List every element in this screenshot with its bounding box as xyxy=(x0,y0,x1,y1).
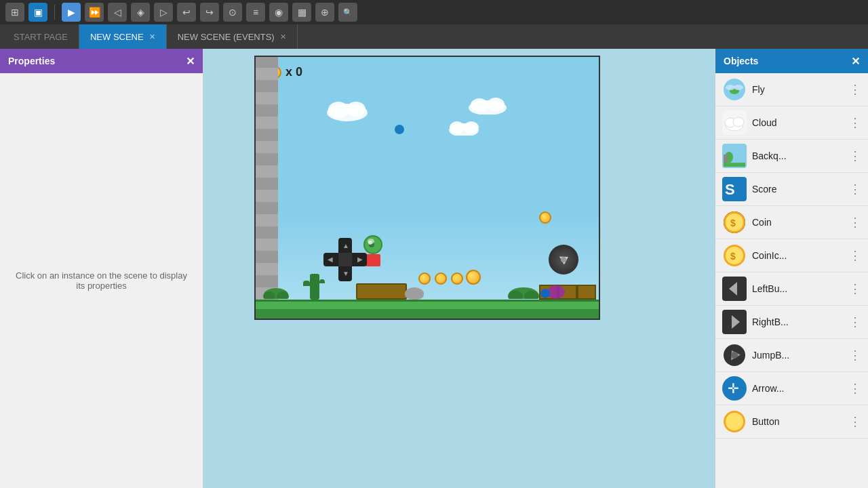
toolbar-btn-grid[interactable]: ⊞ xyxy=(5,3,24,22)
toolbar-btn-back[interactable]: ◁ xyxy=(108,3,127,22)
tab-new-scene[interactable]: NEW SCENE ✕ xyxy=(79,24,167,49)
tab-new-scene-events[interactable]: NEW SCENE (EVENTS) ✕ xyxy=(167,24,298,49)
tab-start-page-label: START PAGE xyxy=(14,32,68,42)
toolbar-btn-list[interactable]: ≡ xyxy=(246,3,265,22)
scene-coin-4 xyxy=(466,270,481,285)
object-icon-rightb xyxy=(722,310,747,334)
toolbar-btn-preview[interactable]: ⏩ xyxy=(85,3,104,22)
object-menu-button[interactable]: ⋮ xyxy=(849,414,861,429)
object-label-cloud: Cloud xyxy=(752,117,844,128)
svg-rect-26 xyxy=(724,163,745,167)
cactus xyxy=(310,274,319,300)
object-menu-leftbu[interactable]: ⋮ xyxy=(849,281,861,296)
objects-header: Objects ✕ xyxy=(715,49,868,73)
scene-coin-1 xyxy=(418,272,431,285)
object-menu-score[interactable]: ⋮ xyxy=(849,182,861,197)
object-item-rightb[interactable]: RightB... ⋮ xyxy=(715,306,868,339)
objects-panel: Objects ✕ Fly ⋮ Cloud ⋮ xyxy=(715,49,868,488)
tab-new-scene-events-close[interactable]: ✕ xyxy=(280,33,286,41)
objects-title: Objects xyxy=(724,56,758,66)
object-icon-jumpb xyxy=(722,343,747,367)
toolbar-btn-scene[interactable]: ▣ xyxy=(28,3,47,22)
svg-point-1 xyxy=(328,102,349,118)
object-menu-arrow[interactable]: ⋮ xyxy=(849,381,861,396)
bush-1 xyxy=(262,287,290,302)
object-menu-jumpb[interactable]: ⋮ xyxy=(849,348,861,363)
svg-point-16 xyxy=(561,257,566,262)
toolbar: ⊞ ▣ ▶ ⏩ ◁ ◈ ▷ ↩ ↪ ⊙ ≡ ◉ ▦ ⊕ 🔍 xyxy=(0,0,868,24)
object-item-fly[interactable]: Fly ⋮ xyxy=(715,73,868,106)
objects-close-button[interactable]: ✕ xyxy=(851,55,860,68)
dpad-center xyxy=(338,253,352,266)
object-menu-coin[interactable]: ⋮ xyxy=(849,215,861,230)
object-icon-leftbu xyxy=(722,277,747,301)
svg-point-47 xyxy=(726,413,743,430)
drag-handle[interactable] xyxy=(395,125,404,134)
cloud-3 xyxy=(446,118,483,138)
object-item-backq[interactable]: Backq... ⋮ xyxy=(715,140,868,173)
platform-1 xyxy=(356,283,407,300)
properties-placeholder: Click on an instance on the scene to dis… xyxy=(11,270,192,291)
object-icon-button xyxy=(722,409,747,434)
svg-text:✛: ✛ xyxy=(728,381,739,396)
svg-point-8 xyxy=(464,121,479,134)
object-menu-cloud[interactable]: ⋮ xyxy=(849,115,861,130)
toolbar-btn-zoom[interactable]: 🔍 xyxy=(338,3,357,22)
char-body xyxy=(366,254,380,266)
toolbar-btn-grid2[interactable]: ▦ xyxy=(292,3,311,22)
toolbar-btn-publish[interactable]: ⊙ xyxy=(223,3,242,22)
properties-close-button[interactable]: ✕ xyxy=(186,55,195,68)
object-item-cloud[interactable]: Cloud ⋮ xyxy=(715,106,868,140)
svg-text:S: S xyxy=(725,181,735,198)
object-item-button[interactable]: Button ⋮ xyxy=(715,405,868,439)
object-item-arrow[interactable]: ✛ Arrow... ⋮ xyxy=(715,372,868,405)
properties-title: Properties xyxy=(8,56,55,66)
score-text: x 0 xyxy=(285,65,302,79)
object-item-coinic[interactable]: $ CoinIc... ⋮ xyxy=(715,239,868,272)
toolbar-btn-forward[interactable]: ▷ xyxy=(154,3,173,22)
game-scene[interactable]: x 0 xyxy=(254,56,600,320)
object-menu-coinic[interactable]: ⋮ xyxy=(849,248,861,263)
object-item-score[interactable]: S Score ⋮ xyxy=(715,173,868,206)
dpad-right-arrow: ▶ xyxy=(357,256,363,263)
object-icon-backq xyxy=(722,144,747,168)
object-icon-cloud xyxy=(722,110,747,135)
object-item-leftbu[interactable]: LeftBu... ⋮ xyxy=(715,272,868,306)
object-label-coin: Coin xyxy=(752,217,844,228)
object-menu-backq[interactable]: ⋮ xyxy=(849,148,861,163)
properties-header: Properties ✕ xyxy=(0,49,203,73)
object-label-fly: Fly xyxy=(752,84,844,95)
object-item-coin[interactable]: $ Coin ⋮ xyxy=(715,206,868,239)
object-icon-coin: $ xyxy=(722,210,747,235)
scene-coin-3 xyxy=(451,272,463,285)
object-menu-fly[interactable]: ⋮ xyxy=(849,82,861,97)
toolbar-separator xyxy=(54,5,55,20)
object-label-score: Score xyxy=(752,184,844,195)
toolbar-btn-layers[interactable]: ◈ xyxy=(131,3,150,22)
toolbar-btn-layers2[interactable]: ⊕ xyxy=(315,3,334,22)
toolbar-btn-play[interactable]: ▶ xyxy=(62,3,81,22)
toolbar-btn-undo[interactable]: ↩ xyxy=(177,3,196,22)
object-label-rightb: RightB... xyxy=(752,317,844,327)
tab-start-page[interactable]: START PAGE xyxy=(3,24,79,49)
rock-1 xyxy=(405,287,424,300)
svg-text:$: $ xyxy=(730,251,736,262)
objects-list: Fly ⋮ Cloud ⋮ Backq... ⋮ xyxy=(715,73,868,488)
toolbar-btn-object[interactable]: ◉ xyxy=(269,3,288,22)
toolbar-btn-redo[interactable]: ↪ xyxy=(200,3,219,22)
jump-button[interactable] xyxy=(549,245,578,274)
object-icon-score: S xyxy=(722,177,747,201)
cloud-2 xyxy=(466,94,510,117)
object-item-jumpb[interactable]: JumpB... ⋮ xyxy=(715,339,868,372)
properties-content: Click on an instance on the scene to dis… xyxy=(0,73,203,488)
tab-new-scene-close[interactable]: ✕ xyxy=(149,33,155,41)
wall-tower xyxy=(254,57,278,300)
svg-rect-28 xyxy=(724,155,728,163)
bush-2 xyxy=(507,285,540,302)
object-label-button: Button xyxy=(752,416,844,427)
canvas-area: x 0 xyxy=(203,49,715,488)
ground xyxy=(256,300,599,319)
object-menu-rightb[interactable]: ⋮ xyxy=(849,314,861,329)
dpad-down-arrow: ▼ xyxy=(342,270,349,277)
dpad[interactable]: ◀ ▶ ▲ ▼ xyxy=(323,238,367,281)
